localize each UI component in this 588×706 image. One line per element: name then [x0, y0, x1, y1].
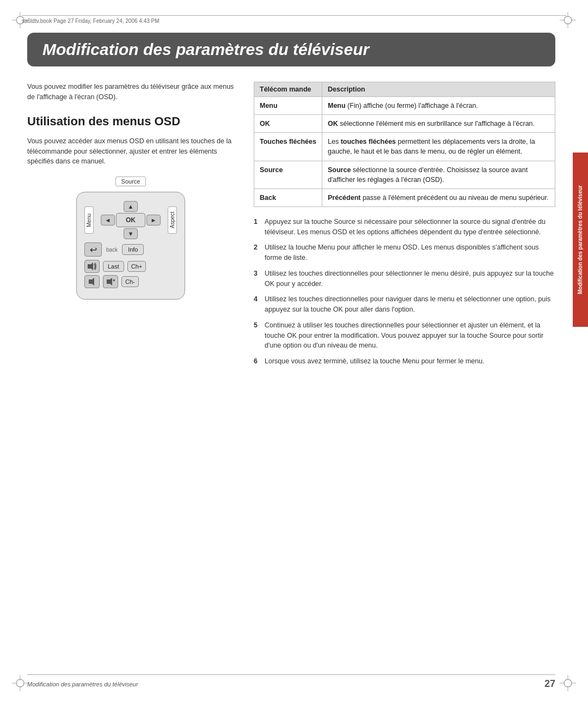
list-item: 2 Utilisez la touche Menu pour afficher … — [254, 242, 555, 263]
mute-button[interactable] — [103, 275, 118, 288]
step-text: Appuyez sur la touche Source si nécessai… — [265, 217, 555, 238]
left-column: Vous pouvez modifier les paramètres du t… — [27, 82, 234, 372]
step-number: 1 — [254, 217, 261, 238]
table-row: Source Source sélectionne la source d'en… — [254, 161, 555, 188]
step-text: Utilisez la touche Menu pour afficher le… — [265, 242, 555, 263]
step-number: 4 — [254, 294, 261, 315]
table-row: Touches fléchées Les touches fléchées pe… — [254, 133, 555, 161]
footer: Modification des paramètres du téléviseu… — [27, 674, 555, 690]
table-header-col2: Description — [322, 82, 555, 97]
list-item: 3 Utilisez les touches directionnelles p… — [254, 269, 555, 289]
table-cell-value: Précédent passe à l'élément précédent ou… — [322, 188, 555, 206]
back-button-label: back — [106, 247, 118, 253]
list-item: 6 Lorsque vous avez terminé, utilisez la… — [254, 356, 555, 367]
list-item: 1 Appuyez sur la touche Source si nécess… — [254, 217, 555, 238]
remote-body: Menu ▲ ◄ OK ► ▼ — [76, 192, 185, 300]
step-number: 2 — [254, 242, 261, 263]
title-banner: Modification des paramètres du téléviseu… — [27, 33, 555, 66]
table-cell-value: Menu (Fin) affiche (ou ferme) l'affichag… — [322, 97, 555, 115]
table-row: Menu Menu (Fin) affiche (ou ferme) l'aff… — [254, 97, 555, 115]
table-cell-value: Les touches fléchées permettent les dépl… — [322, 133, 555, 161]
step-number: 6 — [254, 356, 261, 367]
intro-text: Vous pouvez modifier les paramètres du t… — [27, 82, 234, 102]
table-cell-key: Touches fléchées — [254, 133, 322, 161]
source-button-label[interactable]: Source — [115, 176, 146, 186]
section-body: Vous pouvez accéder aux menus OSD en uti… — [27, 136, 234, 167]
page-number: 27 — [544, 678, 555, 690]
table-cell-key: Source — [254, 161, 322, 188]
table-cell-value: OK sélectionne l'élément mis en surbrill… — [322, 115, 555, 133]
step-text: Utilisez les touches directionnelles pou… — [265, 269, 555, 289]
list-item: 5 Continuez à utiliser les touches direc… — [254, 320, 555, 351]
info-button[interactable]: Info — [122, 244, 144, 255]
bottom-buttons-row-1: Last Ch+ — [84, 260, 177, 273]
dpad-row: Menu ▲ ◄ OK ► ▼ — [84, 201, 177, 239]
volume-up-button[interactable] — [84, 260, 100, 273]
dpad-middle-row: ◄ OK ► — [101, 213, 161, 227]
step-text: Continuez à utiliser les touches directi… — [265, 320, 555, 351]
side-tab-text: Modification des paramètres du téléviseu… — [577, 185, 584, 294]
list-item: 4 Utilisez les touches directionnelles p… — [254, 294, 555, 315]
file-info-text: sa6ldtv.book Page 27 Friday, February 24… — [22, 18, 160, 24]
down-arrow-button[interactable]: ▼ — [124, 228, 138, 239]
file-info-bar: sa6ldtv.book Page 27 Friday, February 24… — [22, 15, 566, 24]
right-arrow-button[interactable]: ► — [146, 215, 161, 226]
source-label-container: Source — [115, 176, 146, 190]
ok-button[interactable]: OK — [116, 213, 145, 227]
corner-mark-bl — [12, 675, 28, 694]
info-table: Télécom mande Description Menu Menu (Fin… — [254, 82, 555, 207]
main-content: Modification des paramètres du téléviseu… — [27, 33, 555, 673]
svg-marker-21 — [89, 278, 94, 285]
svg-marker-20 — [88, 263, 93, 270]
bottom-buttons-row-2: Ch- — [84, 275, 177, 288]
footer-text: Modification des paramètres du téléviseu… — [27, 681, 138, 687]
table-header-col1: Télécom mande — [254, 82, 322, 97]
back-button[interactable]: ↩ — [84, 242, 102, 257]
table-cell-key: OK — [254, 115, 322, 133]
step-number: 3 — [254, 269, 261, 289]
step-text: Lorsque vous avez terminé, utilisez la t… — [265, 356, 485, 367]
table-cell-key: Menu — [254, 97, 322, 115]
page-title: Modification des paramètres du téléviseu… — [42, 40, 540, 59]
dpad-center: ▲ ◄ OK ► ▼ — [101, 201, 161, 239]
ch-plus-button[interactable]: Ch+ — [127, 261, 146, 272]
table-row: Back Précédent passe à l'élément précéde… — [254, 188, 555, 206]
two-column-layout: Vous pouvez modifier les paramètres du t… — [27, 82, 555, 372]
last-button[interactable]: Last — [103, 261, 124, 272]
remote-diagram: Source Menu ▲ ◄ OK ► — [27, 176, 234, 300]
svg-point-10 — [16, 679, 24, 687]
step-number: 5 — [254, 320, 261, 351]
table-row: OK OK sélectionne l'élément mis en surbr… — [254, 115, 555, 133]
up-arrow-button[interactable]: ▲ — [124, 201, 138, 212]
table-cell-key: Back — [254, 188, 322, 206]
steps-list: 1 Appuyez sur la touche Source si nécess… — [254, 217, 555, 367]
svg-point-15 — [564, 679, 572, 687]
side-tab: Modification des paramètres du téléviseu… — [573, 153, 588, 327]
table-cell-value: Source sélectionne la source d'entrée. C… — [322, 161, 555, 188]
section-heading: Utilisation des menus OSD — [27, 114, 234, 129]
back-info-row: ↩ back Info — [84, 242, 177, 257]
volume-down-button[interactable] — [84, 275, 100, 288]
right-column: Télécom mande Description Menu Menu (Fin… — [254, 82, 555, 372]
left-arrow-button[interactable]: ◄ — [101, 215, 115, 226]
svg-marker-22 — [107, 278, 112, 285]
ch-minus-button[interactable]: Ch- — [121, 276, 139, 287]
aspect-side-label[interactable]: Aspect — [168, 206, 177, 234]
corner-mark-br — [560, 675, 576, 694]
step-text: Utilisez les touches directionnelles pou… — [265, 294, 555, 315]
menu-side-label[interactable]: Menu — [84, 206, 94, 234]
